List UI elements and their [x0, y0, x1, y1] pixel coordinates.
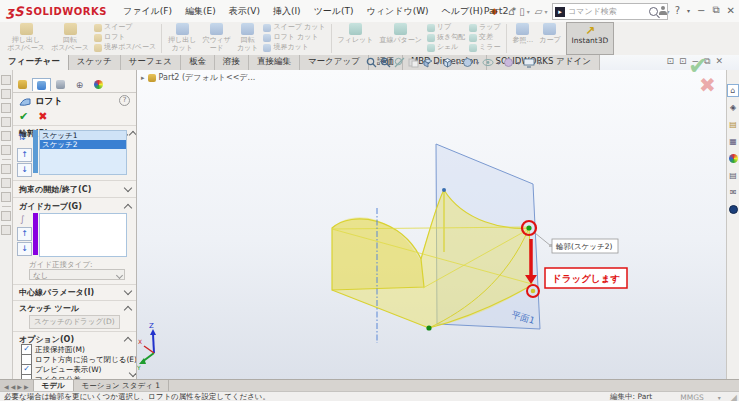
search-input[interactable]: コマンド検索	[568, 6, 649, 17]
doc-tile-icon[interactable]: ⊡	[679, 56, 687, 67]
view-settings-icon[interactable]	[523, 57, 535, 68]
revolve-boss-button[interactable]: 回転 ボス/ベース	[48, 22, 92, 55]
centerline-expand-icon[interactable]	[124, 287, 132, 295]
view-cube-icon[interactable]	[1, 145, 11, 155]
tab-markup[interactable]: マークアップ	[300, 55, 369, 70]
guide-tangency-dropdown[interactable]: なし	[29, 269, 125, 280]
pm-cancel-button[interactable]: ✖	[38, 110, 47, 123]
display-style-icon[interactable]	[462, 57, 473, 68]
flyout-expand-icon[interactable]: ▸	[141, 74, 145, 82]
fillet-button[interactable]: フィレット	[335, 22, 377, 55]
view-cube-icon[interactable]	[1, 117, 11, 127]
view-orientation-icon[interactable]	[442, 57, 453, 68]
loft-button[interactable]: ロフト	[94, 33, 156, 42]
view-cube-icon[interactable]	[1, 225, 11, 235]
orientation-caret-icon[interactable]: ▾	[456, 59, 459, 66]
feature-tree-flyout[interactable]: ▸ Part2 (デフォルト<<デ...	[141, 72, 255, 83]
pm-ok-button[interactable]: ✔	[19, 110, 28, 123]
confirm-cancel-button[interactable]: ✖	[699, 73, 716, 97]
sketch-tools-section-header[interactable]: スケッチ ツール	[19, 303, 79, 314]
view-cube-icon[interactable]	[1, 192, 11, 202]
profile-move-up-button[interactable]: ↑	[17, 148, 32, 162]
hide-show-caret-icon[interactable]: ▾	[497, 59, 500, 66]
command-search[interactable]: ▸ コマンド検索 ▾	[552, 3, 668, 20]
appearances-icon[interactable]	[503, 57, 514, 68]
list-item-sketch1[interactable]: スケッチ1	[40, 131, 126, 140]
dimxpert-tab[interactable]: ⊕	[70, 78, 89, 91]
tab-next-button[interactable]: ▶	[17, 383, 22, 390]
menu-insert[interactable]: 挿入(I)	[273, 5, 301, 18]
extrude-boss-button[interactable]: 押し出し ボス/ベース	[4, 22, 48, 55]
previous-view-icon[interactable]	[394, 57, 405, 68]
list-item-sketch2[interactable]: スケッチ2	[40, 140, 126, 149]
solidworks-resources-tab[interactable]: ◈	[727, 101, 739, 114]
linear-pattern-button[interactable]: 直線パターン	[376, 22, 425, 55]
restore-button[interactable]: ⧉	[712, 4, 719, 16]
shell-button[interactable]: シェル	[427, 43, 465, 52]
section-view-icon[interactable]	[422, 57, 433, 68]
zoom-fit-icon[interactable]	[366, 57, 377, 68]
boundary-boss-button[interactable]: 境界ボス/ベース	[94, 43, 156, 52]
units-caret-icon[interactable]: ▾	[718, 394, 721, 401]
tab-sheet-metal[interactable]: 板金	[181, 55, 215, 70]
resize-grip-icon[interactable]: ◢	[731, 393, 737, 401]
file-explorer-tab[interactable]: ▦	[727, 135, 739, 148]
help-caret-icon[interactable]: ▾	[687, 7, 690, 14]
help-button[interactable]: ?	[675, 5, 680, 16]
profile-sketch1-face[interactable]	[332, 219, 424, 290]
view-cube-icon[interactable]	[1, 131, 11, 141]
section-caret-icon[interactable]: ▾	[436, 59, 439, 66]
start-end-section-header[interactable]: 拘束の開始/終了(C)	[19, 184, 91, 195]
tab-features[interactable]: フィーチャー	[0, 55, 69, 70]
view-cube-icon[interactable]	[1, 75, 11, 85]
drag-sketch-button[interactable]: スケッチのドラッグ(D)	[29, 315, 120, 329]
feature-manager-tab[interactable]	[13, 78, 32, 91]
view-cube-icon[interactable]	[1, 89, 11, 99]
intersect-button[interactable]: 交差	[469, 33, 501, 42]
profile-move-down-button[interactable]: ↓	[17, 163, 32, 177]
menu-file[interactable]: ファイル(F)	[123, 5, 172, 18]
view-cube-icon[interactable]	[1, 103, 11, 113]
doc-close-button[interactable]: ✕	[715, 56, 723, 67]
3dexperience-tab[interactable]	[727, 203, 739, 216]
menu-edit[interactable]: 編集(E)	[185, 5, 216, 18]
guide-move-up-button[interactable]: ↑	[17, 227, 32, 241]
units-selector[interactable]: MMGS	[680, 393, 704, 401]
instant3d-button[interactable]: ↗ Instant3D	[566, 22, 615, 55]
close-button[interactable]: ✕	[727, 5, 735, 16]
pm-help-icon[interactable]: ?	[119, 95, 130, 106]
tab-first-button[interactable]: ◀	[4, 383, 9, 390]
extrude-cut-button[interactable]: 押し出し カット	[165, 22, 199, 55]
revolve-cut-button[interactable]: 回転 カット	[234, 22, 262, 55]
connector-point[interactable]	[426, 325, 431, 330]
hole-wizard-button[interactable]: 穴ウィザ ード	[199, 22, 234, 55]
curves-button[interactable]: カーブ	[536, 22, 563, 55]
guide-curves-collapse-icon[interactable]	[124, 204, 132, 212]
guide-move-down-button[interactable]: ↓	[17, 242, 32, 256]
menu-tools[interactable]: ツール(T)	[314, 5, 354, 18]
sketch-tools-collapse-icon[interactable]	[124, 306, 132, 314]
callout-handle[interactable]	[549, 244, 552, 247]
sweep-cut-button[interactable]: スイープ カット	[263, 23, 325, 32]
panel-scroll-up-icon[interactable]	[129, 131, 137, 139]
user-account-icon[interactable]	[659, 6, 668, 15]
guide-curves-list[interactable]	[39, 213, 127, 257]
pages-icon[interactable]	[408, 57, 419, 68]
minimize-button[interactable]: −	[697, 5, 705, 16]
options-collapse-icon[interactable]	[124, 337, 132, 345]
view-cube-icon[interactable]	[1, 178, 11, 188]
display-manager-tab[interactable]	[89, 78, 108, 91]
model-view[interactable]: 平面1 輪郭(スケッチ2) ドラッグします	[137, 70, 726, 379]
custom-properties-tab[interactable]: ▤	[727, 169, 739, 182]
mirror-button[interactable]: ミラー	[469, 43, 501, 52]
property-manager-tab[interactable]	[32, 78, 51, 91]
graphics-area[interactable]: ▸ Part2 (デフォルト<<デ... 平面1	[137, 70, 726, 379]
home-tab[interactable]: ⌂	[727, 84, 739, 97]
tab-direct-editing[interactable]: 直接編集	[249, 55, 300, 70]
tab-surfaces[interactable]: サーフェス	[121, 55, 181, 70]
display-style-caret-icon[interactable]: ▾	[476, 59, 479, 66]
forum-tab[interactable]: ✉	[727, 186, 739, 199]
tab-weldments[interactable]: 溶接	[215, 55, 249, 70]
loft-cut-button[interactable]: ロフト カット	[263, 33, 325, 42]
zoom-area-icon[interactable]	[380, 57, 391, 68]
